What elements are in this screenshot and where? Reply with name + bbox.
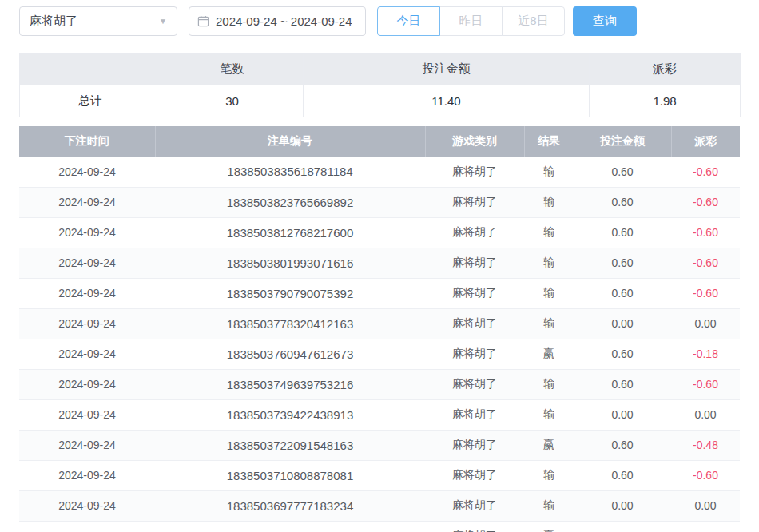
game-type-cell: 麻将胡了 bbox=[425, 248, 524, 278]
date-range-value: 2024-09-24 ~ 2024-09-24 bbox=[216, 14, 352, 28]
result-cell: 赢 bbox=[524, 339, 574, 369]
game-type-cell: 麻将胡了 bbox=[425, 490, 524, 521]
bet-amount-cell: 0.60 bbox=[574, 460, 671, 490]
summary-header-count: 笔数 bbox=[161, 54, 304, 85]
bet-time-cell: 2024-09-24 bbox=[19, 369, 155, 399]
table-row: 2024-09-241838503835618781184麻将胡了输0.60-0… bbox=[19, 157, 740, 187]
table-row: 2024-09-241838503722091548163麻将胡了赢0.60-0… bbox=[19, 430, 740, 460]
payout-cell: -0.18 bbox=[671, 339, 740, 369]
bet-id-cell: 1838503835618781184 bbox=[155, 157, 425, 187]
bet-time-cell: 2024-09-24 bbox=[19, 187, 155, 217]
bet-amount-cell: 0.60 bbox=[574, 278, 671, 308]
records-table: 下注时间 注单编号 游戏类别 结果 投注金额 派彩 2024-09-241838… bbox=[19, 126, 740, 532]
records-tbody: 2024-09-241838503835618781184麻将胡了输0.60-0… bbox=[19, 157, 740, 532]
game-select[interactable]: 麻将胡了 ▼ bbox=[19, 6, 177, 36]
bet-id-cell: 1838503790790075392 bbox=[155, 278, 425, 308]
table-row: 2024-09-241838503710808878081麻将胡了输0.60-0… bbox=[19, 460, 740, 490]
table-row: 2024-09-241838503823765669892麻将胡了输0.60-0… bbox=[19, 187, 740, 217]
summary-header-bet-amount: 投注金额 bbox=[304, 54, 590, 85]
payout-cell: 0.00 bbox=[671, 399, 740, 430]
today-button[interactable]: 今日 bbox=[377, 6, 440, 36]
summary-header-blank bbox=[20, 54, 161, 85]
quick-range-group: 今日 昨日 近8日 bbox=[377, 6, 565, 36]
bet-amount-cell: 0.60 bbox=[574, 339, 671, 369]
summary-total-bet-amount: 11.40 bbox=[304, 85, 590, 117]
bet-time-cell: 2024-09-24 bbox=[19, 248, 155, 278]
table-row: 2024-09-241838503739422438913麻将胡了输0.000.… bbox=[19, 399, 740, 430]
game-type-cell: 麻将胡了 bbox=[425, 278, 524, 308]
bet-id-cell: 1838503760947612673 bbox=[155, 339, 425, 369]
summary-total-payout: 1.98 bbox=[590, 85, 741, 117]
bet-id-cell: 1838503739422438913 bbox=[155, 399, 425, 430]
yesterday-button[interactable]: 昨日 bbox=[439, 6, 503, 36]
filter-bar: 麻将胡了 ▼ 2024-09-24 ~ 2024-09-24 今日 昨日 近8日… bbox=[19, 6, 740, 36]
header-result: 结果 bbox=[524, 126, 574, 157]
bet-amount-cell: 0.60 bbox=[574, 187, 671, 217]
game-type-cell: 麻将胡了 bbox=[425, 399, 524, 430]
game-type-cell: 麻将胡了 bbox=[425, 460, 524, 490]
bet-time-cell: 2024-09-24 bbox=[19, 308, 155, 339]
game-type-cell: 麻将胡了 bbox=[425, 521, 524, 532]
last-8-days-button[interactable]: 近8日 bbox=[502, 6, 565, 36]
bet-amount-cell: 0.60 bbox=[574, 157, 671, 187]
game-type-cell: 麻将胡了 bbox=[425, 308, 524, 339]
bet-id-cell: 1838503710808878081 bbox=[155, 460, 425, 490]
bet-time-cell: 2024-09-24 bbox=[19, 157, 155, 187]
bet-time-cell: 2024-09-24 bbox=[19, 460, 155, 490]
game-select-value: 麻将胡了 bbox=[30, 14, 77, 29]
payout-cell: -0.60 bbox=[671, 248, 740, 278]
summary-total-row: 总计 30 11.40 1.98 bbox=[20, 85, 741, 117]
payout-cell: -0.60 bbox=[671, 157, 740, 187]
bet-amount-cell bbox=[574, 521, 671, 532]
summary-header-payout: 派彩 bbox=[590, 54, 741, 85]
records-header-row: 下注时间 注单编号 游戏类别 结果 投注金额 派彩 bbox=[19, 126, 740, 157]
table-row: 2024-09-24麻将胡了赢 bbox=[19, 521, 740, 532]
date-range-input[interactable]: 2024-09-24 ~ 2024-09-24 bbox=[189, 6, 366, 36]
bet-amount-cell: 0.60 bbox=[574, 369, 671, 399]
bet-id-cell: 1838503823765669892 bbox=[155, 187, 425, 217]
payout-cell bbox=[671, 521, 740, 532]
bet-time-cell: 2024-09-24 bbox=[19, 217, 155, 248]
bet-amount-cell: 0.00 bbox=[574, 308, 671, 339]
payout-cell: 0.00 bbox=[671, 490, 740, 521]
result-cell: 输 bbox=[524, 460, 574, 490]
result-cell: 输 bbox=[524, 187, 574, 217]
bet-time-cell: 2024-09-24 bbox=[19, 399, 155, 430]
bet-id-cell: 1838503778320412163 bbox=[155, 308, 425, 339]
bet-amount-cell: 0.60 bbox=[574, 248, 671, 278]
payout-cell: -0.60 bbox=[671, 278, 740, 308]
game-type-cell: 麻将胡了 bbox=[425, 430, 524, 460]
calendar-icon bbox=[197, 15, 209, 27]
game-type-cell: 麻将胡了 bbox=[425, 339, 524, 369]
header-bet-amount: 投注金额 bbox=[574, 126, 671, 157]
summary-table: 笔数 投注金额 派彩 总计 30 11.40 1.98 bbox=[19, 53, 741, 117]
payout-cell: -0.60 bbox=[671, 187, 740, 217]
table-row: 2024-09-241838503812768217600麻将胡了输0.60-0… bbox=[19, 217, 740, 248]
bet-amount-cell: 0.60 bbox=[574, 430, 671, 460]
bet-time-cell: 2024-09-24 bbox=[19, 490, 155, 521]
summary-total-label: 总计 bbox=[20, 85, 161, 117]
payout-cell: -0.48 bbox=[671, 430, 740, 460]
result-cell: 赢 bbox=[524, 521, 574, 532]
bet-id-cell bbox=[155, 521, 425, 532]
game-type-cell: 麻将胡了 bbox=[425, 187, 524, 217]
summary-header-row: 笔数 投注金额 派彩 bbox=[20, 54, 741, 85]
result-cell: 输 bbox=[524, 217, 574, 248]
search-button[interactable]: 查询 bbox=[573, 6, 637, 36]
header-bet-id: 注单编号 bbox=[155, 126, 425, 157]
payout-cell: -0.60 bbox=[671, 460, 740, 490]
payout-cell: 0.00 bbox=[671, 308, 740, 339]
result-cell: 输 bbox=[524, 308, 574, 339]
header-game-type: 游戏类别 bbox=[425, 126, 524, 157]
payout-cell: -0.60 bbox=[671, 369, 740, 399]
bet-amount-cell: 0.00 bbox=[574, 399, 671, 430]
result-cell: 输 bbox=[524, 490, 574, 521]
table-row: 2024-09-241838503801993071616麻将胡了输0.60-0… bbox=[19, 248, 740, 278]
table-row: 2024-09-241838503790790075392麻将胡了输0.60-0… bbox=[19, 278, 740, 308]
header-payout: 派彩 bbox=[671, 126, 740, 157]
bet-id-cell: 1838503697777183234 bbox=[155, 490, 425, 521]
header-bet-time: 下注时间 bbox=[19, 126, 155, 157]
table-row: 2024-09-241838503749639753216麻将胡了输0.60-0… bbox=[19, 369, 740, 399]
bet-time-cell: 2024-09-24 bbox=[19, 521, 155, 532]
table-row: 2024-09-241838503697777183234麻将胡了输0.000.… bbox=[19, 490, 740, 521]
